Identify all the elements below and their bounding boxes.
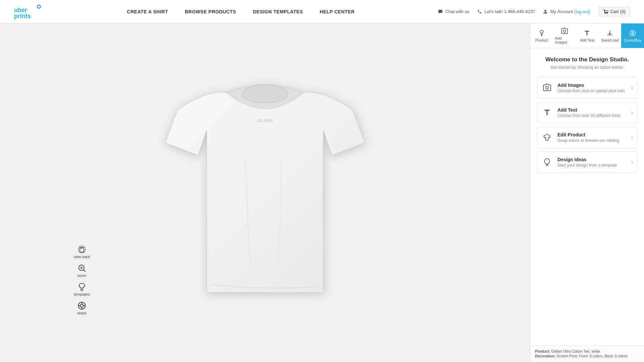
- decoration-info: Decoration: Screen Print: Front: 0 color…: [535, 354, 639, 358]
- phone-link[interactable]: Let's talk! 1-866-440-8237: [477, 9, 535, 14]
- welcome-panel: Welcome to the Design Studio. Get starte…: [530, 48, 644, 346]
- chevron-right-icon: ›: [631, 85, 633, 91]
- camera-icon: [541, 82, 553, 94]
- canvas-area: view back zoom templates: [0, 23, 530, 362]
- zoom-button[interactable]: zoom: [77, 263, 87, 278]
- svg-text:GILDAN: GILDAN: [257, 118, 273, 123]
- main-layout: view back zoom templates: [0, 23, 644, 362]
- menu-item-edit-product-subtitle: Swap colors or browse our catalog: [557, 138, 631, 143]
- lightbulb-icon: [541, 157, 553, 168]
- view-back-button[interactable]: view back: [74, 245, 90, 259]
- cart-button[interactable]: Cart (0): [598, 7, 631, 16]
- tab-add-text[interactable]: Add Text: [576, 23, 599, 48]
- nav-browse[interactable]: BROWSE PRODUCTS: [185, 9, 236, 14]
- menu-item-edit-product-title: Edit Product: [557, 132, 631, 137]
- menu-item-add-images-subtitle: Choose from ours or upload your own: [557, 88, 631, 93]
- menu-item-design-ideas-subtitle: Start your design from a template: [557, 163, 631, 168]
- svg-point-3: [38, 6, 40, 8]
- menu-item-design-ideas[interactable]: Design Ideas Start your design from a te…: [537, 152, 637, 173]
- tab-add-images[interactable]: Add Images: [553, 23, 576, 48]
- tab-save-load[interactable]: Save/Load: [598, 23, 621, 48]
- header-right: Chat with us Let's talk! 1-866-440-8237 …: [438, 7, 631, 16]
- chat-link[interactable]: Chat with us: [438, 9, 469, 14]
- shirt-icon: [541, 132, 553, 143]
- tshirt-preview: GILDAN: [161, 72, 369, 313]
- chevron-right-icon: ›: [631, 110, 633, 116]
- product-info: Product: Gildan Ultra Cotton Tee, white: [535, 349, 639, 353]
- menu-item-design-ideas-title: Design Ideas: [557, 157, 631, 162]
- menu-item-add-images-title: Add Images: [557, 82, 631, 88]
- nav-design[interactable]: DESIGN TEMPLATES: [253, 9, 303, 14]
- left-sidebar: view back zoom templates: [74, 245, 90, 315]
- menu-item-edit-product[interactable]: Edit Product Swap colors or browse our c…: [537, 127, 637, 148]
- welcome-subtitle: Get started by choosing an option below:: [537, 65, 637, 70]
- svg-point-10: [80, 304, 83, 307]
- right-panel: Product Add Images Add Text: [530, 23, 644, 362]
- right-footer: Product: Gildan Ultra Cotton Tee, white …: [530, 346, 644, 362]
- svg-point-15: [242, 85, 288, 103]
- share-button[interactable]: share: [77, 301, 87, 315]
- account-link[interactable]: My Account (log out): [543, 9, 590, 14]
- svg-text:prints: prints: [14, 13, 31, 19]
- main-nav: CREATE A SHIRT BROWSE PRODUCTS DESIGN TE…: [127, 9, 355, 14]
- nav-create[interactable]: CREATE A SHIRT: [127, 9, 168, 14]
- text-icon: [541, 107, 553, 118]
- templates-button[interactable]: templates: [74, 282, 90, 296]
- tab-product[interactable]: Product: [530, 23, 553, 48]
- header: uber prints CREATE A SHIRT BROWSE PRODUC…: [0, 0, 644, 23]
- menu-item-add-images[interactable]: Add Images Choose from ours or upload yo…: [537, 77, 637, 99]
- welcome-title: Welcome to the Design Studio.: [537, 56, 637, 63]
- svg-point-17: [563, 30, 566, 32]
- svg-text:uber: uber: [14, 7, 27, 13]
- nav-help[interactable]: HELP CENTER: [320, 9, 355, 14]
- svg-line-6: [84, 270, 85, 272]
- logout-link[interactable]: (log out): [574, 9, 590, 14]
- svg-point-19: [546, 86, 549, 89]
- menu-item-add-text-title: Add Text: [557, 107, 631, 113]
- menu-item-add-text[interactable]: Add Text Choose from over 50 different f…: [537, 102, 637, 123]
- chevron-right-icon: ›: [631, 159, 633, 165]
- logo[interactable]: uber prints: [13, 3, 44, 20]
- chevron-right-icon: ›: [631, 134, 633, 140]
- toolbar-tabs: Product Add Images Add Text: [530, 23, 644, 48]
- tab-quote-buy[interactable]: Quote/Buy: [621, 23, 644, 48]
- menu-item-add-text-subtitle: Choose from over 50 different fonts: [557, 113, 631, 118]
